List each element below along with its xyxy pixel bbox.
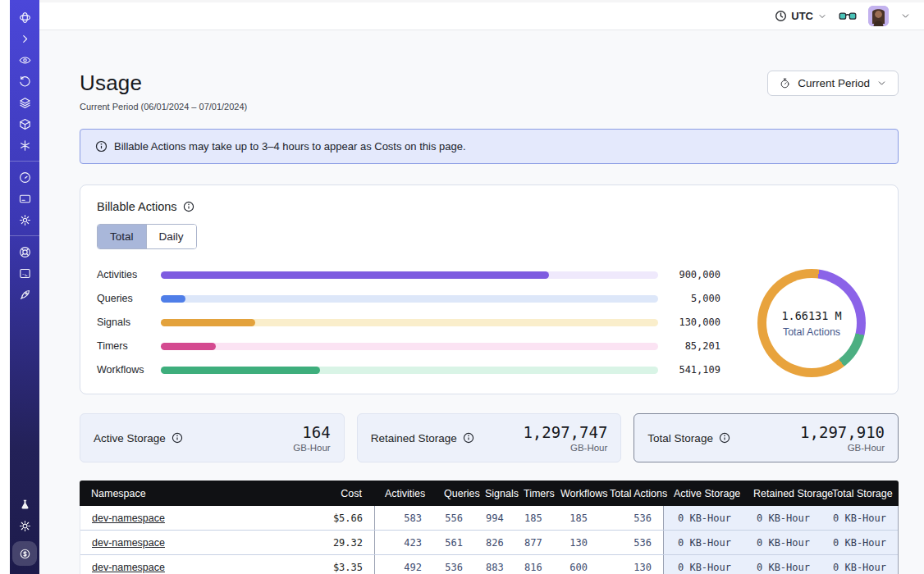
tab-total[interactable]: Total [98, 225, 146, 248]
activities-cell: 492 [374, 555, 433, 574]
rocket-icon[interactable] [12, 284, 37, 305]
timezone-label: UTC [791, 10, 813, 22]
chevron-down-icon [876, 78, 887, 89]
total-storage-label: Total Storage [647, 432, 713, 444]
asterisk-icon[interactable] [12, 134, 37, 156]
namespace-link[interactable]: dev-namespace [92, 562, 165, 573]
temporal-logo-icon[interactable] [12, 7, 37, 28]
total-storage-card: Total Storage 1,297,910 GB-Hour [634, 413, 899, 462]
queries-bar [161, 295, 185, 303]
signals-cell: 883 [474, 555, 513, 574]
col-total-actions: Total Actions [598, 481, 662, 506]
storage-unit: GB-Hour [293, 443, 330, 453]
col-activities: Activities [373, 481, 432, 506]
signals-cell: 826 [474, 531, 513, 554]
page-title: Usage [80, 71, 247, 96]
collapse-chevron-icon[interactable] [12, 28, 37, 49]
storage-unit: GB-Hour [523, 443, 607, 453]
billing-card-icon[interactable] [12, 188, 37, 209]
active-storage-card: Active Storage 164 GB-Hour [80, 413, 345, 462]
stopwatch-icon [779, 77, 791, 89]
queries-cell: 536 [433, 555, 474, 574]
info-icon[interactable] [719, 432, 730, 444]
theme-sun-icon[interactable] [12, 515, 37, 536]
timers-cell: 185 [513, 506, 550, 530]
total-storage-cell: 0 KB-Hour [821, 555, 898, 574]
timezone-selector[interactable]: UTC [775, 10, 827, 22]
sidebar-divider [10, 235, 39, 236]
billable-actions-title: Billable Actions [97, 200, 177, 213]
tab-daily[interactable]: Daily [146, 225, 196, 248]
total-actions-donut: 1.66131 M Total Actions [757, 269, 866, 377]
total-storage-value: 1,297,910 [800, 423, 885, 441]
queries-cell: 561 [433, 531, 474, 554]
bar-row-activities: Activities 900,000 [97, 269, 720, 280]
total-actions-cell: 536 [599, 506, 663, 530]
main-area: UTC Usage Current Period (06/01/2024 – 0… [39, 0, 924, 574]
cost-dollar-icon[interactable] [12, 541, 37, 566]
col-retained-storage: Retained Storage [742, 481, 821, 506]
table-row: dev-namespace $3.35 492 536 883 816 600 … [80, 555, 898, 574]
active-storage-value: 164 [293, 423, 330, 441]
active-storage-label: Active Storage [94, 432, 166, 444]
activities-cell: 583 [374, 506, 433, 530]
activities-bar [161, 271, 549, 279]
banner-text: Billable Actions may take up to 3–4 hour… [114, 140, 466, 153]
table-row: dev-namespace $5.66 583 556 994 185 185 … [80, 506, 898, 531]
namespace-link[interactable]: dev-namespace [92, 537, 165, 549]
namespace-link[interactable]: dev-namespace [92, 512, 165, 524]
retained-storage-value: 1,297,747 [523, 423, 607, 441]
bar-label: Signals [97, 317, 151, 328]
workflows-cell: 600 [550, 555, 599, 574]
signals-cell: 994 [474, 506, 513, 530]
col-queries: Queries [432, 481, 473, 506]
retained-storage-cell: 0 KB-Hour [743, 531, 821, 554]
feedback-console-icon[interactable] [12, 262, 37, 284]
usage-gauge-icon[interactable] [12, 166, 37, 188]
history-icon[interactable] [12, 71, 37, 92]
clock-icon [775, 10, 787, 22]
workflows-cell: 130 [550, 531, 599, 554]
bar-value: 900,000 [670, 269, 720, 280]
info-icon[interactable] [463, 432, 474, 444]
user-avatar[interactable] [868, 6, 889, 26]
bar-row-workflows: Workflows 541,109 [97, 364, 720, 376]
bar-label: Activities [97, 269, 151, 280]
col-cost: Cost [309, 481, 373, 506]
bar-value: 85,201 [670, 340, 720, 352]
total-storage-cell: 0 KB-Hour [821, 506, 898, 530]
bar-value: 5,000 [670, 293, 720, 304]
page-content: Usage Current Period (06/01/2024 – 07/01… [39, 30, 924, 574]
top-bar: UTC [39, 2, 924, 30]
current-period-subtitle: Current Period (06/01/2024 – 07/01/2024) [80, 102, 247, 112]
glasses-icon[interactable] [839, 11, 857, 22]
retained-storage-cell: 0 KB-Hour [743, 506, 821, 530]
namespace-usage-table: Namespace Cost Activities Queries Signal… [80, 481, 899, 574]
total-storage-cell: 0 KB-Hour [821, 531, 898, 554]
total-actions-cell: 536 [599, 531, 663, 554]
account-menu-chevron[interactable] [900, 11, 911, 21]
workflows-bar [161, 367, 320, 374]
table-row: dev-namespace 29.32 423 561 826 877 130 … [80, 531, 898, 555]
col-timers: Timers [512, 481, 549, 506]
total-actions-label: Total Actions [783, 326, 840, 338]
cost-cell: 29.32 [310, 531, 374, 554]
period-select-button[interactable]: Current Period [767, 71, 899, 96]
chevron-down-icon [817, 11, 827, 21]
col-total-storage: Total Storage [821, 481, 904, 506]
col-active-storage: Active Storage [662, 481, 742, 506]
queries-cell: 556 [433, 506, 474, 530]
cube-icon[interactable] [12, 113, 37, 134]
support-lifebuoy-icon[interactable] [12, 241, 37, 262]
total-actions-value: 1.66131 M [781, 309, 841, 322]
info-icon[interactable] [172, 432, 183, 444]
namespaces-icon[interactable] [12, 49, 37, 71]
labs-flask-icon[interactable] [12, 494, 37, 515]
timers-bar [161, 343, 216, 350]
cost-cell: $3.35 [310, 555, 374, 574]
layers-icon[interactable] [12, 92, 37, 113]
info-icon[interactable] [183, 201, 194, 212]
activities-cell: 423 [374, 531, 433, 554]
bar-value: 130,000 [670, 317, 720, 328]
settings-gear-icon[interactable] [12, 209, 37, 230]
